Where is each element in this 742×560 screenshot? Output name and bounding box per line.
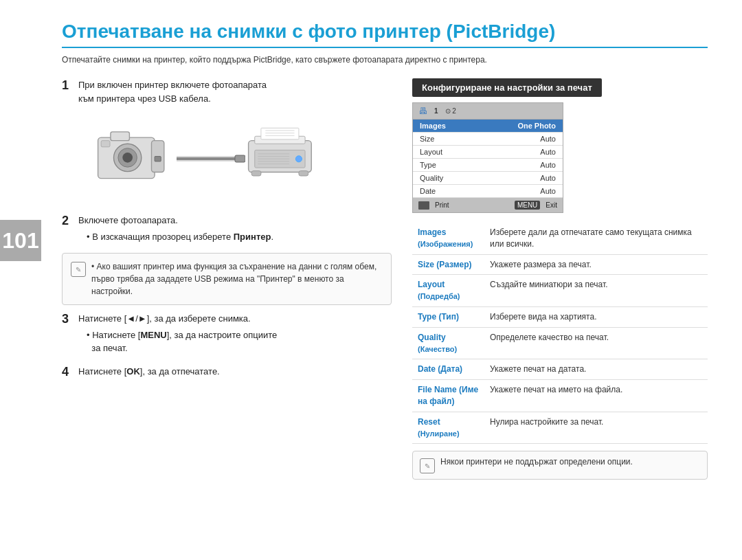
screen-header: 🖷 1 ⊙ 2: [413, 103, 563, 120]
settings-row-reset: Reset(Нулиране) Нулира настройките за пе…: [412, 412, 708, 444]
settings-row-layout: Layout(Подредба) Създайте миниатюри за п…: [412, 275, 708, 307]
settings-label-reset: Reset(Нулиране): [412, 412, 484, 444]
svg-rect-7: [155, 157, 161, 161]
step-2-number: 2: [62, 214, 74, 243]
right-column: Конфигуриране на настройки за печат 🖷 1 …: [412, 78, 708, 480]
screen-value-date: Auto: [540, 187, 556, 195]
left-column: 1 При включен принтер включете фотоапара…: [62, 78, 392, 480]
screen-value-quality: Auto: [540, 174, 556, 182]
cable-svg: [177, 152, 245, 166]
screen-exit-label: Exit: [546, 201, 557, 209]
settings-row-filename: File Name (Имена файл) Укажете печат на …: [412, 380, 708, 412]
step-3-sub: • Натиснете [MENU], за да настроите опци…: [87, 328, 392, 355]
screen-label-layout: Layout: [420, 148, 442, 156]
step-2-content: Включете фотоапарата. • В изскачащия про…: [78, 214, 392, 243]
bottom-note-text: Някои принтери не поддържат определени о…: [440, 457, 633, 473]
usb-cable: [177, 152, 245, 166]
svg-rect-26: [299, 171, 308, 176]
settings-desc-images: Изберете дали да отпечатате само текущат…: [484, 223, 708, 254]
step-3-content: Натиснете [◄/►], за да изберете снимка. …: [78, 312, 392, 355]
printer-svg: [245, 122, 315, 184]
settings-row-type: Type (Тип) Изберете вида на хартията.: [412, 306, 708, 327]
settings-desc-size: Укажете размера за печат.: [484, 254, 708, 275]
settings-label-filename: File Name (Имена файл): [412, 380, 484, 412]
step-4-content: Натиснете [OK], за да отпечатате.: [78, 365, 392, 379]
screen-value-layout: Auto: [540, 148, 556, 156]
bottom-note: ✎ Някои принтери не поддържат определени…: [412, 451, 708, 480]
settings-table: Images(Изображения) Изберете дали да отп…: [412, 223, 708, 444]
svg-rect-14: [261, 128, 299, 139]
screen-header-value: One Photo: [517, 122, 556, 130]
screen-label-date: Date: [420, 187, 436, 195]
screen-row-size: Size Auto: [413, 133, 563, 146]
svg-point-19: [296, 156, 302, 162]
camera-svg: [95, 119, 177, 188]
settings-label-date: Date (Дата): [412, 359, 484, 380]
settings-desc-type: Изберете вида на хартията.: [484, 306, 708, 327]
screen-label-size: Size: [420, 135, 434, 143]
step-1-number: 1: [62, 78, 74, 204]
settings-desc-layout: Създайте миниатюри за печат.: [484, 275, 708, 307]
screen-label-type: Type: [420, 161, 436, 169]
settings-label-layout: Layout(Подредба): [412, 275, 484, 307]
note-box-1: ✎ • Ако вашият принтер има функция за съ…: [62, 253, 392, 305]
settings-label-type: Type (Тип): [412, 306, 484, 327]
settings-desc-reset: Нулира настройките за печат.: [484, 412, 708, 444]
screen-row-type: Type Auto: [413, 159, 563, 172]
screen-label-quality: Quality: [420, 174, 443, 182]
step-1-text: При включен принтер включете фотоапарата…: [78, 78, 392, 105]
settings-label-quality: Quality(Качество): [412, 327, 484, 359]
settings-row-images: Images(Изображения) Изберете дали да отп…: [412, 223, 708, 254]
page-subtitle: Отпечатайте снимки на принтер, който под…: [62, 55, 708, 65]
screen-header-label: Images: [420, 122, 446, 130]
step-1: 1 При включен принтер включете фотоапара…: [62, 78, 392, 204]
step-1-content: При включен принтер включете фотоапарата…: [78, 78, 392, 204]
screen-mockup: 🖷 1 ⊙ 2 Images One Photo Size Auto Layou…: [412, 102, 563, 213]
svg-rect-11: [235, 155, 245, 162]
note-text-1: • Ако вашият принтер има функция за съхр…: [91, 260, 383, 298]
step-4: 4 Натиснете [OK], за да отпечатате.: [62, 365, 392, 379]
settings-row-date: Date (Дата) Укажете печат на датата.: [412, 359, 708, 380]
screen-row-date: Date Auto: [413, 185, 563, 198]
step-2-text: Включете фотоапарата.: [78, 214, 392, 227]
screen-value-size: Auto: [540, 135, 556, 143]
camera-printer-illustration: [95, 112, 315, 194]
step-4-text: Натиснете [OK], за да отпечатате.: [78, 365, 392, 379]
bottom-note-icon: ✎: [420, 458, 435, 473]
step-3-text: Натиснете [◄/►], за да изберете снимка.: [78, 312, 392, 326]
svg-rect-4: [111, 132, 130, 141]
note-icon-1: ✎: [71, 262, 86, 277]
screen-row-header: Images One Photo: [413, 120, 563, 133]
settings-label-size: Size (Размер): [412, 254, 484, 275]
config-header: Конфигуриране на настройки за печат: [412, 78, 602, 97]
settings-desc-filename: Укажете печат на името на файла.: [484, 380, 708, 412]
settings-label-images: Images(Изображения): [412, 223, 484, 254]
settings-row-quality: Quality(Качество) Определете качество на…: [412, 327, 708, 359]
page-title: Отпечатване на снимки с фото принтер (Pi…: [62, 21, 708, 48]
step-3: 3 Натиснете [◄/►], за да изберете снимка…: [62, 312, 392, 355]
step-2-sub: • В изскачащия прозорец изберете Принтер…: [87, 230, 392, 244]
screen-value-type: Auto: [540, 161, 556, 169]
screen-row-quality: Quality Auto: [413, 172, 563, 185]
step-4-number: 4: [62, 365, 74, 379]
screen-row-layout: Layout Auto: [413, 146, 563, 159]
screen-menu-btn[interactable]: MENU: [515, 201, 540, 210]
settings-desc-quality: Определете качество на печат.: [484, 327, 708, 359]
svg-rect-25: [251, 171, 261, 176]
settings-row-size: Size (Размер) Укажете размера за печат.: [412, 254, 708, 275]
svg-point-3: [122, 153, 133, 163]
svg-rect-5: [101, 141, 110, 147]
step-2: 2 Включете фотоапарата. • В изскачащия п…: [62, 214, 392, 243]
print-icon: [418, 201, 429, 210]
screen-tab-1[interactable]: 1: [434, 107, 438, 115]
screen-footer: Print MENU Exit: [413, 198, 563, 212]
step-3-number: 3: [62, 312, 74, 355]
settings-desc-date: Укажете печат на датата.: [484, 359, 708, 380]
screen-print-label: Print: [435, 201, 449, 209]
screen-tab-2[interactable]: ⊙ 2: [445, 107, 456, 115]
